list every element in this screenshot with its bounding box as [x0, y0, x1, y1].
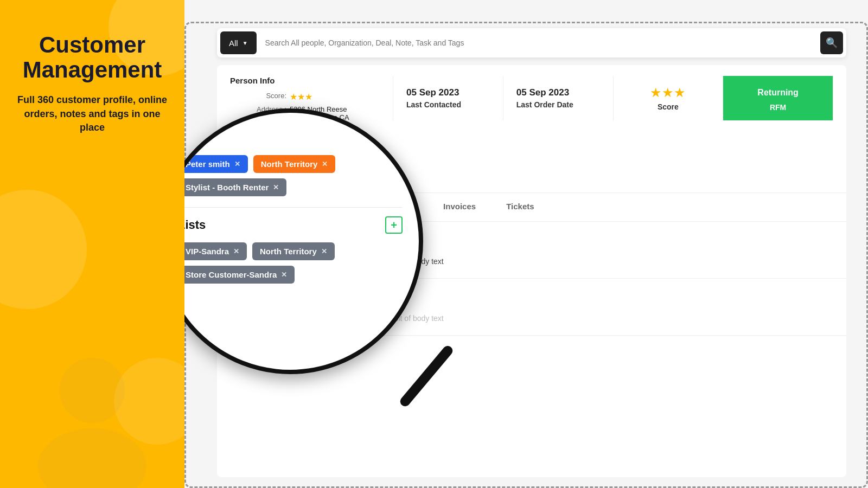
search-filter-label: All [229, 38, 238, 48]
list-label-store-customer: Store Customer-Sandra [186, 270, 277, 279]
tag-stylist[interactable]: Stylist - Booth Renter ✕ [184, 178, 286, 196]
lists-section-header: Lists + [184, 216, 403, 234]
tags-list: Peter smith ✕ North Territory ✕ Stylist … [184, 155, 403, 196]
list-remove-north-territory[interactable]: ✕ [321, 247, 327, 255]
tag-remove-stylist[interactable]: ✕ [273, 183, 279, 191]
tag-label-stylist: Stylist - Booth Renter [186, 183, 269, 192]
magnifier-handle [398, 344, 455, 408]
divider [184, 207, 403, 208]
tags-section-header: Tags + [184, 129, 403, 146]
score-stat: ★★★ Score [614, 76, 724, 120]
tags-content: Tags + Peter smith ✕ North Territory ✕ S… [184, 113, 419, 305]
last-order-date: 05 Sep 2023 [516, 87, 569, 98]
app-subtitle: Full 360 customer profile, online orders… [16, 93, 168, 134]
list-label-vip-sandra: VIP-Sandra [186, 247, 229, 256]
search-bar: All ▼ 🔍 [217, 28, 846, 57]
score-stars-big: ★★★ [650, 85, 686, 100]
list-label-north-territory: North Territory [260, 247, 317, 256]
tag-label-north-territory: North Territory [261, 159, 318, 169]
tags-add-button[interactable]: + [385, 129, 403, 146]
dropdown-arrow-icon: ▼ [242, 40, 248, 46]
score-stat-label: Score [658, 102, 679, 111]
right-panel: All ▼ 🔍 Person Info Score: ★★★ Address :… [184, 0, 868, 488]
lists-list: VIP-Sandra ✕ North Territory ✕ Store Cus… [184, 242, 403, 284]
bg-decoration-mid [0, 190, 87, 309]
search-button[interactable]: 🔍 [820, 31, 843, 54]
last-contacted-date: 05 Sep 2023 [406, 87, 459, 98]
list-remove-store-customer[interactable]: ✕ [281, 271, 287, 279]
score-stars: ★★★ [290, 92, 312, 102]
svg-point-0 [60, 358, 125, 423]
tag-remove-peter-smith[interactable]: ✕ [234, 160, 240, 168]
tag-peter-smith[interactable]: Peter smith ✕ [184, 155, 248, 173]
rfm-stat: Returning RFM [723, 76, 833, 120]
score-row: Score: ★★★ [230, 92, 393, 102]
lists-add-button[interactable]: + [385, 216, 403, 234]
tag-label-peter-smith: Peter smith [186, 159, 230, 169]
last-order-stat: 05 Sep 2023 Last Order Date [503, 76, 614, 120]
last-contacted-label: Last Contacted [406, 100, 461, 109]
left-panel: Customer Management Full 360 customer pr… [0, 0, 184, 488]
lists-title: Lists [184, 218, 206, 232]
person-info-title: Person Info [230, 76, 393, 85]
app-title: Customer Management [23, 33, 162, 82]
list-vip-sandra[interactable]: VIP-Sandra ✕ [184, 242, 247, 260]
score-label: Score: [230, 92, 290, 100]
list-north-territory[interactable]: North Territory ✕ [252, 242, 335, 260]
list-remove-vip-sandra[interactable]: ✕ [233, 247, 239, 255]
search-icon: 🔍 [826, 37, 838, 49]
rfm-label: RFM [770, 103, 786, 112]
tags-title: Tags [184, 131, 205, 145]
last-order-label: Last Order Date [516, 100, 573, 109]
search-input[interactable] [257, 38, 820, 47]
search-filter-dropdown[interactable]: All ▼ [220, 31, 257, 54]
tab-tickets[interactable]: Tickets [491, 193, 549, 221]
rfm-badge: Returning [746, 85, 809, 101]
list-store-customer[interactable]: Store Customer-Sandra ✕ [184, 266, 295, 284]
magnifier: Tags + Peter smith ✕ North Territory ✕ S… [184, 108, 472, 423]
svg-point-1 [38, 428, 146, 488]
tag-north-territory[interactable]: North Territory ✕ [253, 155, 336, 173]
magnifier-circle: Tags + Peter smith ✕ North Territory ✕ S… [184, 108, 423, 374]
deco-person-icon [22, 347, 163, 488]
tag-remove-north-territory[interactable]: ✕ [322, 160, 328, 168]
